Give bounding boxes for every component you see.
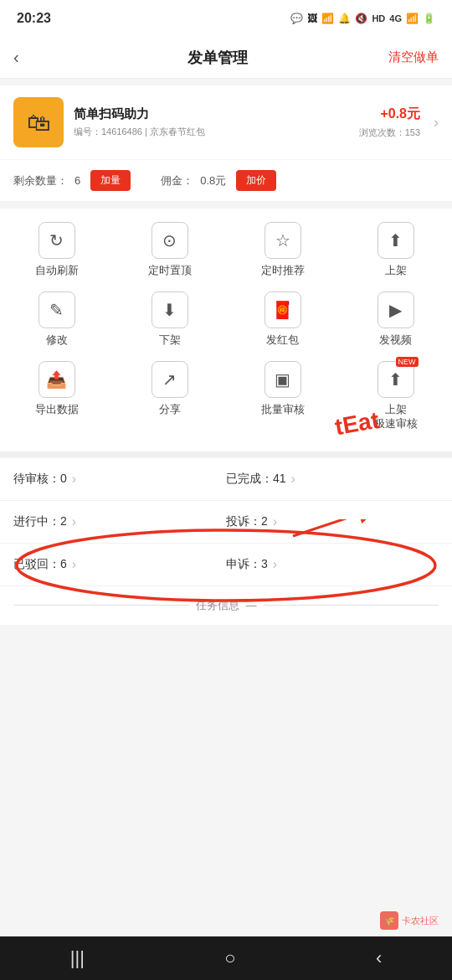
action-row-2: ✎ 修改 ⬇ 下架 🧧 发红包 ▶ 发视频 (0, 291, 452, 348)
product-name: 简单扫码助力 (74, 106, 349, 122)
red-packet-icon: 🧧 (265, 291, 301, 328)
export-icon: 📤 (39, 361, 75, 398)
task-info-row: 任务信息 — (0, 586, 452, 625)
product-thumbnail: 🛍 (13, 97, 64, 147)
product-info: 简单扫码助力 编号：14616486 | 京东春节红包 (74, 106, 349, 138)
rejected-col: 已驳回：6 › (13, 557, 226, 572)
action-share[interactable]: ↗ 分享 (136, 361, 203, 431)
commission-item: 佣金： 0.8元 (161, 173, 226, 188)
inprogress-arrow[interactable]: › (72, 514, 76, 529)
auto-refresh-icon: ↻ (39, 222, 75, 259)
stats-row: 剩余数量： 6 加量 佣金： 0.8元 加价 (0, 160, 452, 202)
product-arrow-icon[interactable]: › (434, 114, 439, 132)
product-thumb-icon: 🛍 (27, 109, 50, 137)
action-schedule-recommend[interactable]: ☆ 定时推荐 (249, 222, 316, 278)
rejected-arrow[interactable]: › (72, 557, 76, 572)
completed-arrow[interactable]: › (291, 472, 295, 487)
task-info-label: 任务信息 (196, 598, 239, 613)
action-shelf-up[interactable]: ⬆ 上架 (362, 222, 429, 278)
watermark-icon: 🌾 (380, 911, 398, 930)
hd-label: HD (372, 13, 385, 23)
product-views: 浏览次数：153 (359, 126, 420, 139)
inprogress-col: 进行中：2 › (13, 514, 226, 529)
batch-review-icon: ▣ (265, 361, 301, 398)
completed-label: 已完成：41 (226, 472, 286, 487)
shelf-down-icon: ⬇ (152, 291, 188, 328)
status-row-rejected-appeal: 已驳回：6 › 申诉：3 › (0, 544, 452, 586)
share-label: 分享 (159, 403, 181, 417)
action-schedule-top[interactable]: ⊙ 定时置顶 (136, 222, 203, 278)
shelf-up-label: 上架 (385, 264, 407, 278)
remain-label: 剩余数量： (13, 173, 68, 188)
task-info-dash: — (246, 599, 257, 611)
complaint-arrow[interactable]: › (273, 514, 277, 529)
action-auto-refresh[interactable]: ↻ 自动刷新 (23, 222, 90, 278)
bottom-nav-bar: ||| ○ ‹ (0, 936, 452, 980)
wechat-icon: 💬 (290, 13, 303, 24)
share-icon: ↗ (152, 361, 188, 398)
status-time: 20:23 (17, 11, 51, 26)
pending-arrow[interactable]: › (72, 472, 76, 487)
action-grid: ↻ 自动刷新 ⊙ 定时置顶 ☆ 定时推荐 ⬆ 上架 ✎ 修改 ⬇ 下架 🧧 发红… (0, 209, 452, 451)
mute-icon: 🔇 (355, 13, 367, 24)
add-price-button[interactable]: 加价 (236, 170, 276, 191)
status-list: 待审核：0 › 已完成：41 › 进行中：2 › 投诉：2 › 已驳回：6 › … (0, 458, 452, 586)
nav-back-button[interactable]: ‹ (376, 947, 382, 969)
schedule-recommend-label: 定时推荐 (261, 264, 305, 278)
batch-review-label: 批量审核 (261, 403, 305, 417)
action-row-3: 📤 导出数据 ↗ 分享 ▣ 批量审核 ⬆ NEW 上架极速审核 (0, 361, 452, 431)
pending-col: 待审核：0 › (13, 472, 226, 487)
fast-review-icon: ⬆ NEW (378, 361, 414, 398)
nav-menu-button[interactable]: ||| (70, 947, 85, 969)
action-shelf-down[interactable]: ⬇ 下架 (136, 291, 203, 348)
add-qty-button[interactable]: 加量 (90, 170, 131, 191)
send-video-icon: ▶ (378, 291, 414, 328)
battery-icon: 🔋 (423, 13, 435, 24)
edit-icon: ✎ (39, 291, 75, 328)
action-fast-review[interactable]: ⬆ NEW 上架极速审核 (362, 361, 429, 431)
action-row-1: ↻ 自动刷新 ⊙ 定时置顶 ☆ 定时推荐 ⬆ 上架 (0, 222, 452, 278)
nav-bar: ‹ 发单管理 清空做单 (0, 37, 452, 79)
schedule-top-icon: ⊙ (152, 222, 188, 259)
product-meta: 编号：14616486 | 京东春节红包 (74, 126, 349, 138)
nav-home-button[interactable]: ○ (224, 947, 235, 969)
status-icons: 💬 🖼 📶 🔔 🔇 HD 4G 📶 🔋 (290, 13, 435, 24)
action-red-packet[interactable]: 🧧 发红包 (249, 291, 316, 348)
gallery-icon: 🖼 (307, 13, 317, 24)
shelf-up-icon: ⬆ (378, 222, 414, 259)
completed-col: 已完成：41 › (226, 472, 439, 487)
pending-label: 待审核：0 (13, 472, 67, 487)
action-export[interactable]: 📤 导出数据 (23, 361, 90, 431)
signal-4g-icon: 4G (389, 13, 402, 23)
inprogress-label: 进行中：2 (13, 514, 67, 529)
commission-value: 0.8元 (200, 173, 226, 188)
send-video-label: 发视频 (379, 333, 412, 348)
clear-order-button[interactable]: 清空做单 (388, 49, 439, 65)
appeal-label: 申诉：3 (226, 557, 268, 572)
export-label: 导出数据 (35, 403, 79, 417)
product-card: 🛍 简单扫码助力 编号：14616486 | 京东春节红包 +0.8元 浏览次数… (0, 85, 452, 159)
back-button[interactable]: ‹ (13, 48, 47, 67)
blank-area (0, 625, 452, 859)
product-price-area: +0.8元 浏览次数：153 (359, 106, 420, 139)
task-info-line-left (13, 605, 189, 606)
rejected-label: 已驳回：6 (13, 557, 67, 572)
action-send-video[interactable]: ▶ 发视频 (362, 291, 429, 348)
watermark: 🌾 卡农社区 (380, 911, 439, 930)
appeal-col: 申诉：3 › (226, 557, 439, 572)
section-divider (0, 451, 452, 458)
complaint-label: 投诉：2 (226, 514, 268, 529)
red-packet-label: 发红包 (266, 333, 299, 348)
appeal-arrow[interactable]: › (273, 557, 277, 572)
action-edit[interactable]: ✎ 修改 (23, 291, 90, 348)
status-row-pending-done: 待审核：0 › 已完成：41 › (0, 458, 452, 501)
complaint-col: 投诉：2 › (226, 514, 439, 529)
watermark-text: 卡农社区 (402, 915, 439, 927)
shelf-down-label: 下架 (159, 333, 181, 348)
remain-qty-item: 剩余数量： 6 (13, 173, 80, 188)
schedule-recommend-icon: ☆ (265, 222, 301, 259)
task-info-line-right (264, 605, 439, 606)
action-batch-review[interactable]: ▣ 批量审核 (249, 361, 316, 431)
page-title: 发单管理 (187, 48, 248, 68)
alarm-icon: 🔔 (338, 13, 351, 24)
